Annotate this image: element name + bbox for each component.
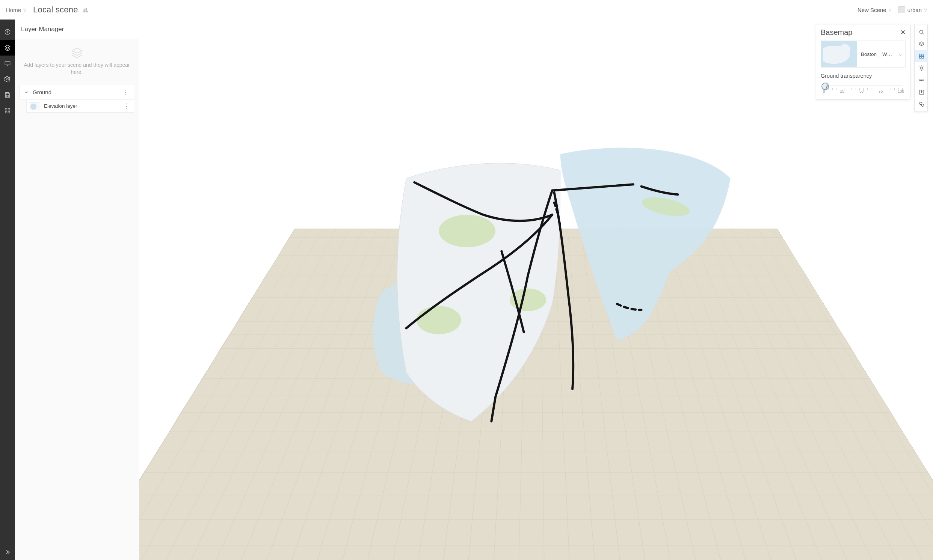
rail-expand[interactable] [0,544,15,560]
new-scene-label: New Scene [857,7,887,13]
edit-title-icon[interactable] [82,6,89,13]
rail-save[interactable] [0,87,15,103]
svg-rect-11 [8,111,10,113]
new-scene-menu[interactable]: New Scene ▽ [857,7,892,13]
main: Layer Manager Add layers to your scene a… [0,20,933,560]
rail-settings[interactable] [0,71,15,87]
ground-group-label: Ground [33,89,51,95]
ground-transparency-slider[interactable]: 0 25 50 75 100 [821,83,905,94]
ground-group-header[interactable]: Ground ⋮ [20,85,134,100]
svg-rect-17 [919,54,921,55]
panel-title: Layer Manager [15,20,139,39]
svg-rect-18 [922,54,924,55]
tool-daylight[interactable] [914,62,928,74]
tool-layers[interactable] [914,38,928,50]
rail-apps[interactable] [0,103,15,118]
svg-point-21 [920,67,922,69]
scene-title-text: Local scene [33,5,78,15]
svg-point-24 [921,104,924,106]
basemap-name: Boston__WM__2249_Cu [861,51,895,57]
tool-search[interactable] [914,26,928,38]
basemap-card: Basemap ✕ Boston__WM__2249_Cu ⌄ Ground t… [816,24,910,100]
chevron-down-icon: ▽ [889,8,892,12]
layer-more[interactable]: ⋮ [122,102,131,110]
tool-measure[interactable] [914,74,928,86]
empty-layers-text: Add layers to your scene and they will a… [23,62,131,76]
svg-rect-8 [5,108,7,110]
user-name: urban [907,7,922,13]
close-icon[interactable]: ✕ [900,29,905,36]
chevron-down-icon: ⌄ [898,51,902,57]
elevation-layer-row[interactable]: Elevation layer ⋮ [26,100,134,112]
home-menu[interactable]: Home ▽ [6,7,26,13]
svg-rect-6 [6,92,9,94]
ground-transparency-label: Ground transparency [821,73,905,79]
svg-point-5 [7,78,9,80]
scene-viewport[interactable]: Basemap ✕ Boston__WM__2249_Cu ⌄ Ground t… [139,20,933,560]
layer-panel: Layer Manager Add layers to your scene a… [15,20,139,560]
scene-title: Local scene [33,5,89,15]
layers-outline-icon [71,47,83,58]
ground-group: Ground ⋮ [20,85,134,100]
svg-rect-10 [5,111,7,113]
avatar [898,6,905,13]
slider-knob[interactable] [822,83,829,90]
svg-point-15 [640,194,691,220]
svg-rect-20 [922,56,924,58]
svg-rect-19 [919,56,921,58]
slider-tick-labels: 0 25 50 75 100 [823,89,904,94]
svg-point-23 [919,102,922,105]
svg-rect-7 [6,95,9,97]
chevron-down-icon: ▽ [924,8,927,12]
layer-label: Elevation layer [44,103,77,109]
chevron-down-icon: ▽ [23,8,26,12]
rail-add-data[interactable] [0,24,15,40]
left-rail [0,20,15,560]
chevron-down-icon [24,90,29,95]
basemap-selector[interactable]: Boston__WM__2249_Cu ⌄ [821,40,905,68]
svg-rect-1 [84,9,85,11]
svg-rect-4 [5,62,10,65]
basemap-card-title: Basemap [821,28,853,37]
topbar: Home ▽ Local scene New Scene ▽ urban ▽ [0,0,933,20]
home-label: Home [6,7,21,13]
empty-layers-hint: Add layers to your scene and they will a… [15,39,139,85]
basemap-thumbnail [821,41,857,67]
svg-rect-2 [86,8,86,11]
svg-point-16 [919,30,923,34]
user-menu[interactable]: urban ▽ [898,6,927,13]
tool-basemap[interactable] [914,50,928,62]
ground-plane [139,229,933,560]
rail-layers[interactable] [0,40,15,55]
tool-settings[interactable] [914,98,928,110]
layer-thumbnail [29,102,40,110]
ground-group-more[interactable]: ⋮ [122,88,130,97]
rail-present[interactable] [0,55,15,71]
tool-share[interactable] [914,86,928,98]
svg-rect-9 [8,108,10,110]
slider-track [825,86,902,86]
right-rail [914,24,928,112]
